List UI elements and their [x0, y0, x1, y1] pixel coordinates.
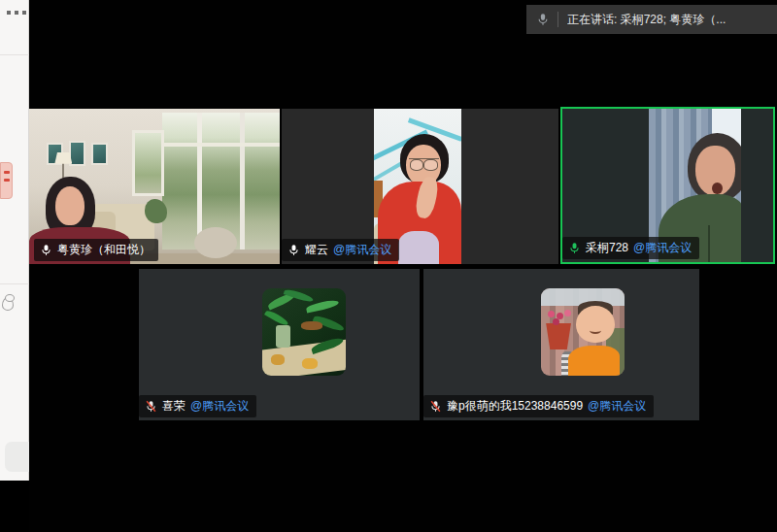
participant-name: 耀云 — [305, 242, 328, 258]
window — [132, 130, 165, 195]
more-options-icon[interactable] — [7, 11, 26, 15]
chat-image-thumbnail[interactable] — [0, 162, 13, 199]
panel-divider — [0, 283, 29, 284]
bean-bag — [194, 227, 237, 258]
participant-suffix: @腾讯会议 — [190, 398, 249, 415]
video-tile-participant-1[interactable]: 粤黄珍（和田悦） — [29, 109, 280, 264]
meeting-window: 正在讲话: 采桐728; 粤黄珍（... — [29, 0, 777, 532]
participant-suffix: @腾讯会议 — [333, 242, 391, 258]
participant-name: 豫p很萌的我15238846599 — [447, 398, 583, 415]
participant-label: 粤黄珍（和田悦） — [34, 239, 158, 261]
emoji-icon[interactable] — [2, 297, 14, 311]
panel-divider — [0, 54, 29, 55]
participant-label: 采桐728 @腾讯会议 — [562, 237, 699, 259]
participant-label: 豫p很萌的我15238846599 @腾讯会议 — [423, 395, 654, 417]
desktop: 正在讲话: 采桐728; 粤黄珍（... — [0, 0, 777, 532]
participant-name: 粤黄珍（和田悦） — [57, 242, 151, 258]
flowers — [548, 311, 571, 324]
face — [576, 306, 615, 343]
participant-name: 喜荣 — [162, 398, 186, 415]
video-tile-participant-2[interactable]: 耀云 @腾讯会议 — [282, 109, 558, 264]
speaking-banner: 正在讲话: 采桐728; 粤黄珍（... — [526, 5, 777, 34]
video-tile-participant-3-active-speaker[interactable]: 采桐728 @腾讯会议 — [560, 107, 775, 264]
face — [55, 186, 84, 224]
video-tile-participant-5[interactable]: 豫p很萌的我15238846599 @腾讯会议 — [423, 269, 699, 420]
speaking-banner-text: 正在讲话: 采桐728; 粤黄珍（... — [567, 12, 726, 28]
plant — [145, 199, 167, 224]
participant-avatar — [541, 288, 625, 376]
glasses — [409, 158, 439, 169]
flower-pot — [546, 323, 571, 349]
participant-name: 采桐728 — [586, 240, 628, 256]
participant-suffix: @腾讯会议 — [633, 240, 692, 256]
participant-suffix: @腾讯会议 — [588, 398, 646, 415]
participant-label: 喜荣 @腾讯会议 — [139, 395, 256, 417]
participant-label: 耀云 @腾讯会议 — [282, 239, 399, 261]
mic-on-icon — [287, 244, 300, 256]
mic-speaking-icon — [568, 242, 581, 254]
microphone-icon — [536, 13, 550, 26]
chat-side-panel[interactable] — [0, 0, 29, 481]
participant-avatar — [262, 288, 346, 376]
mic-muted-icon — [429, 400, 442, 413]
message-input[interactable] — [5, 442, 29, 472]
mic-on-icon — [40, 244, 52, 256]
video-tile-participant-4[interactable]: 喜荣 @腾讯会议 — [139, 269, 420, 420]
mic-muted-icon — [145, 400, 157, 413]
divider — [557, 12, 558, 27]
